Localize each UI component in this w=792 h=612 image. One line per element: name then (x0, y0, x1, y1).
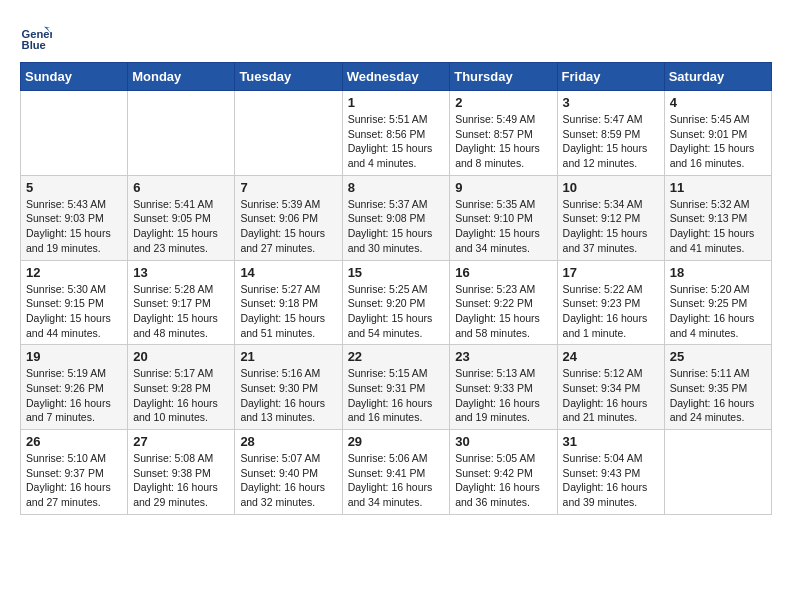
day-info: Sunrise: 5:15 AM Sunset: 9:31 PM Dayligh… (348, 366, 445, 425)
day-number: 4 (670, 95, 766, 110)
day-info: Sunrise: 5:07 AM Sunset: 9:40 PM Dayligh… (240, 451, 336, 510)
weekday-header: Tuesday (235, 63, 342, 91)
day-number: 18 (670, 265, 766, 280)
page-header: General Blue (20, 20, 772, 52)
day-info: Sunrise: 5:19 AM Sunset: 9:26 PM Dayligh… (26, 366, 122, 425)
day-number: 2 (455, 95, 551, 110)
calendar-cell: 15Sunrise: 5:25 AM Sunset: 9:20 PM Dayli… (342, 260, 450, 345)
calendar-cell: 28Sunrise: 5:07 AM Sunset: 9:40 PM Dayli… (235, 430, 342, 515)
calendar-cell (664, 430, 771, 515)
day-info: Sunrise: 5:12 AM Sunset: 9:34 PM Dayligh… (563, 366, 659, 425)
calendar-cell: 1Sunrise: 5:51 AM Sunset: 8:56 PM Daylig… (342, 91, 450, 176)
day-info: Sunrise: 5:28 AM Sunset: 9:17 PM Dayligh… (133, 282, 229, 341)
day-info: Sunrise: 5:35 AM Sunset: 9:10 PM Dayligh… (455, 197, 551, 256)
day-info: Sunrise: 5:49 AM Sunset: 8:57 PM Dayligh… (455, 112, 551, 171)
calendar-cell: 3Sunrise: 5:47 AM Sunset: 8:59 PM Daylig… (557, 91, 664, 176)
calendar-cell: 2Sunrise: 5:49 AM Sunset: 8:57 PM Daylig… (450, 91, 557, 176)
day-info: Sunrise: 5:05 AM Sunset: 9:42 PM Dayligh… (455, 451, 551, 510)
logo: General Blue (20, 20, 56, 52)
day-info: Sunrise: 5:11 AM Sunset: 9:35 PM Dayligh… (670, 366, 766, 425)
weekday-header: Sunday (21, 63, 128, 91)
weekday-header: Wednesday (342, 63, 450, 91)
day-number: 24 (563, 349, 659, 364)
day-number: 20 (133, 349, 229, 364)
day-number: 14 (240, 265, 336, 280)
calendar-cell: 19Sunrise: 5:19 AM Sunset: 9:26 PM Dayli… (21, 345, 128, 430)
calendar-cell: 25Sunrise: 5:11 AM Sunset: 9:35 PM Dayli… (664, 345, 771, 430)
calendar-week-row: 12Sunrise: 5:30 AM Sunset: 9:15 PM Dayli… (21, 260, 772, 345)
day-number: 8 (348, 180, 445, 195)
day-number: 15 (348, 265, 445, 280)
calendar-cell: 20Sunrise: 5:17 AM Sunset: 9:28 PM Dayli… (128, 345, 235, 430)
day-number: 25 (670, 349, 766, 364)
day-info: Sunrise: 5:43 AM Sunset: 9:03 PM Dayligh… (26, 197, 122, 256)
calendar-cell: 10Sunrise: 5:34 AM Sunset: 9:12 PM Dayli… (557, 175, 664, 260)
calendar-cell: 9Sunrise: 5:35 AM Sunset: 9:10 PM Daylig… (450, 175, 557, 260)
day-number: 21 (240, 349, 336, 364)
calendar-cell: 5Sunrise: 5:43 AM Sunset: 9:03 PM Daylig… (21, 175, 128, 260)
day-info: Sunrise: 5:41 AM Sunset: 9:05 PM Dayligh… (133, 197, 229, 256)
day-info: Sunrise: 5:30 AM Sunset: 9:15 PM Dayligh… (26, 282, 122, 341)
day-number: 9 (455, 180, 551, 195)
day-number: 7 (240, 180, 336, 195)
calendar-week-row: 19Sunrise: 5:19 AM Sunset: 9:26 PM Dayli… (21, 345, 772, 430)
day-info: Sunrise: 5:32 AM Sunset: 9:13 PM Dayligh… (670, 197, 766, 256)
day-info: Sunrise: 5:34 AM Sunset: 9:12 PM Dayligh… (563, 197, 659, 256)
calendar-table: SundayMondayTuesdayWednesdayThursdayFrid… (20, 62, 772, 515)
weekday-header: Saturday (664, 63, 771, 91)
day-number: 10 (563, 180, 659, 195)
calendar-cell: 7Sunrise: 5:39 AM Sunset: 9:06 PM Daylig… (235, 175, 342, 260)
calendar-cell: 22Sunrise: 5:15 AM Sunset: 9:31 PM Dayli… (342, 345, 450, 430)
calendar-cell: 26Sunrise: 5:10 AM Sunset: 9:37 PM Dayli… (21, 430, 128, 515)
calendar-week-row: 5Sunrise: 5:43 AM Sunset: 9:03 PM Daylig… (21, 175, 772, 260)
calendar-cell: 30Sunrise: 5:05 AM Sunset: 9:42 PM Dayli… (450, 430, 557, 515)
day-info: Sunrise: 5:10 AM Sunset: 9:37 PM Dayligh… (26, 451, 122, 510)
day-number: 29 (348, 434, 445, 449)
day-info: Sunrise: 5:13 AM Sunset: 9:33 PM Dayligh… (455, 366, 551, 425)
calendar-cell: 4Sunrise: 5:45 AM Sunset: 9:01 PM Daylig… (664, 91, 771, 176)
day-number: 6 (133, 180, 229, 195)
calendar-cell (21, 91, 128, 176)
calendar-cell: 6Sunrise: 5:41 AM Sunset: 9:05 PM Daylig… (128, 175, 235, 260)
calendar-week-row: 26Sunrise: 5:10 AM Sunset: 9:37 PM Dayli… (21, 430, 772, 515)
weekday-header: Thursday (450, 63, 557, 91)
day-number: 26 (26, 434, 122, 449)
day-info: Sunrise: 5:22 AM Sunset: 9:23 PM Dayligh… (563, 282, 659, 341)
day-info: Sunrise: 5:16 AM Sunset: 9:30 PM Dayligh… (240, 366, 336, 425)
day-number: 22 (348, 349, 445, 364)
day-info: Sunrise: 5:20 AM Sunset: 9:25 PM Dayligh… (670, 282, 766, 341)
day-info: Sunrise: 5:27 AM Sunset: 9:18 PM Dayligh… (240, 282, 336, 341)
day-number: 16 (455, 265, 551, 280)
calendar-cell: 17Sunrise: 5:22 AM Sunset: 9:23 PM Dayli… (557, 260, 664, 345)
day-number: 31 (563, 434, 659, 449)
day-info: Sunrise: 5:25 AM Sunset: 9:20 PM Dayligh… (348, 282, 445, 341)
day-number: 30 (455, 434, 551, 449)
logo-icon: General Blue (20, 20, 52, 52)
calendar-cell: 31Sunrise: 5:04 AM Sunset: 9:43 PM Dayli… (557, 430, 664, 515)
day-info: Sunrise: 5:17 AM Sunset: 9:28 PM Dayligh… (133, 366, 229, 425)
day-number: 17 (563, 265, 659, 280)
calendar-cell: 13Sunrise: 5:28 AM Sunset: 9:17 PM Dayli… (128, 260, 235, 345)
svg-text:Blue: Blue (22, 39, 46, 51)
day-info: Sunrise: 5:45 AM Sunset: 9:01 PM Dayligh… (670, 112, 766, 171)
day-number: 1 (348, 95, 445, 110)
calendar-cell: 16Sunrise: 5:23 AM Sunset: 9:22 PM Dayli… (450, 260, 557, 345)
calendar-cell: 8Sunrise: 5:37 AM Sunset: 9:08 PM Daylig… (342, 175, 450, 260)
calendar-cell: 12Sunrise: 5:30 AM Sunset: 9:15 PM Dayli… (21, 260, 128, 345)
calendar-cell: 24Sunrise: 5:12 AM Sunset: 9:34 PM Dayli… (557, 345, 664, 430)
day-info: Sunrise: 5:06 AM Sunset: 9:41 PM Dayligh… (348, 451, 445, 510)
calendar-cell: 29Sunrise: 5:06 AM Sunset: 9:41 PM Dayli… (342, 430, 450, 515)
calendar-cell: 21Sunrise: 5:16 AM Sunset: 9:30 PM Dayli… (235, 345, 342, 430)
day-info: Sunrise: 5:51 AM Sunset: 8:56 PM Dayligh… (348, 112, 445, 171)
day-info: Sunrise: 5:04 AM Sunset: 9:43 PM Dayligh… (563, 451, 659, 510)
day-number: 28 (240, 434, 336, 449)
day-number: 3 (563, 95, 659, 110)
day-number: 12 (26, 265, 122, 280)
day-number: 11 (670, 180, 766, 195)
day-number: 13 (133, 265, 229, 280)
calendar-cell (235, 91, 342, 176)
day-info: Sunrise: 5:47 AM Sunset: 8:59 PM Dayligh… (563, 112, 659, 171)
day-number: 5 (26, 180, 122, 195)
weekday-header: Friday (557, 63, 664, 91)
day-info: Sunrise: 5:39 AM Sunset: 9:06 PM Dayligh… (240, 197, 336, 256)
